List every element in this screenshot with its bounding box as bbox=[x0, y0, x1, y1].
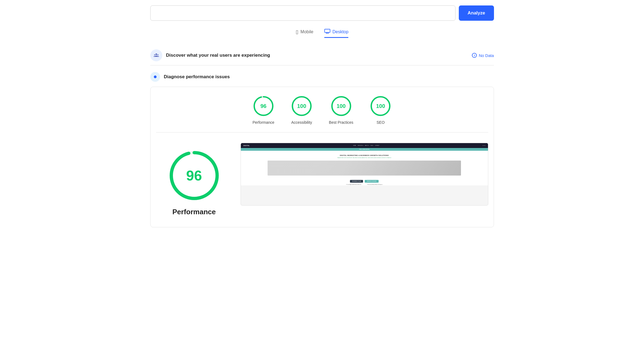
fake-nav-social: ■ ■ bbox=[483, 145, 485, 146]
tab-mobile-label: Mobile bbox=[301, 29, 313, 34]
fake-nav: DIGITAL HOME SERVICES ▾ ABOUT ▾ BLOG CON… bbox=[241, 143, 488, 148]
fake-hero: DIGITAL MARKETING & BUSINESS GROWTH SOLU… bbox=[241, 151, 488, 178]
big-score-wrap: 96 Performance bbox=[156, 143, 232, 222]
fake-nav-link-about: ABOUT ▾ bbox=[365, 145, 369, 146]
fake-btn-website: WEBSITE DESIGN bbox=[365, 180, 379, 183]
screenshot-preview: DIGITAL HOME SERVICES ▾ ABOUT ▾ BLOG CON… bbox=[241, 143, 488, 206]
fake-nav-link-contact: CONTACT bbox=[375, 145, 380, 146]
svg-point-6 bbox=[157, 54, 158, 55]
analyze-button[interactable]: Analyze bbox=[459, 5, 494, 21]
tabs-row: ▯ Mobile Desktop bbox=[150, 29, 494, 38]
fake-nav-link-home: HOME bbox=[353, 145, 356, 146]
score-item-accessibility: 100 Accessibility bbox=[291, 95, 313, 125]
fake-btn-business: BUSINESS PLAN bbox=[350, 180, 363, 183]
score-value-seo: 100 bbox=[376, 103, 385, 109]
bottom-area: 96 Performance DIGITAL HOME SERVICES ▾ A… bbox=[156, 140, 488, 222]
discover-section: Discover what your real users are experi… bbox=[150, 46, 494, 65]
score-value-best-practices: 100 bbox=[337, 103, 346, 109]
score-circle-performance: 96 bbox=[253, 95, 274, 117]
desktop-icon bbox=[324, 29, 330, 35]
diagnose-section-title: Diagnose performance issues bbox=[150, 72, 494, 82]
score-item-best-practices: 100 Best Practices bbox=[329, 95, 353, 125]
tab-desktop-label: Desktop bbox=[333, 29, 349, 34]
score-circle-seo: 100 bbox=[370, 95, 391, 117]
info-icon: i bbox=[472, 53, 477, 58]
fake-nav-link-blog: BLOG bbox=[371, 145, 373, 146]
tab-desktop[interactable]: Desktop bbox=[324, 29, 349, 38]
big-score-value: 96 bbox=[186, 167, 202, 184]
score-label-seo: SEO bbox=[377, 120, 385, 125]
url-bar-row: https://digitalvisionworld.com/ Analyze bbox=[150, 5, 494, 21]
fake-bullet-2: Professional Website Made In Wordpress. bbox=[367, 184, 383, 185]
big-circle: 96 bbox=[167, 148, 221, 203]
fake-bullets: For loan Approval And Business Account. … bbox=[241, 184, 488, 185]
svg-point-4 bbox=[155, 53, 157, 55]
fake-bullet-1: For loan Approval And Business Account. bbox=[346, 184, 361, 185]
url-input[interactable]: https://digitalvisionworld.com/ bbox=[150, 5, 456, 21]
fake-bullet-col-2: Professional Website Made In Wordpress. bbox=[367, 184, 383, 185]
page-wrapper: https://digitalvisionworld.com/ Analyze … bbox=[142, 0, 502, 233]
fake-logo: DIGITAL bbox=[244, 145, 250, 146]
no-data-label: No Data bbox=[479, 53, 494, 58]
svg-point-5 bbox=[154, 54, 155, 55]
fake-nav-icon2: ■ bbox=[484, 145, 485, 146]
score-item-performance: 96 Performance bbox=[253, 95, 274, 125]
scores-row: 96 Performance 100 Accessibility bbox=[156, 95, 488, 125]
fake-hero-img bbox=[268, 161, 461, 176]
score-value-accessibility: 100 bbox=[297, 103, 306, 109]
discover-title: Discover what your real users are experi… bbox=[166, 53, 270, 58]
fake-nav-icon1: ■ bbox=[483, 145, 483, 146]
mobile-icon: ▯ bbox=[296, 29, 298, 35]
score-label-accessibility: Accessibility bbox=[291, 120, 312, 125]
discover-left: Discover what your real users are experi… bbox=[150, 49, 270, 61]
fake-nav-links: HOME SERVICES ▾ ABOUT ▾ BLOG CONTACT bbox=[353, 145, 379, 146]
scores-card: 96 Performance 100 Accessibility bbox=[150, 87, 494, 227]
fake-nav-link-services: SERVICES ▾ bbox=[358, 145, 363, 146]
score-circle-best-practices: 100 bbox=[330, 95, 352, 117]
fake-bullet-col-1: For loan Approval And Business Account. bbox=[346, 184, 361, 185]
diagnose-title: Diagnose performance issues bbox=[164, 74, 230, 80]
fake-hero-sub: TRANSFORM YOUR VISION WITH TAILORED DIGI… bbox=[244, 157, 485, 158]
fake-site: DIGITAL HOME SERVICES ▾ ABOUT ▾ BLOG CON… bbox=[241, 143, 488, 185]
big-score-label: Performance bbox=[172, 208, 216, 216]
no-data-right: i No Data bbox=[472, 53, 494, 58]
score-circle-accessibility: 100 bbox=[291, 95, 313, 117]
fake-banner: FREE CONSULTATION bbox=[241, 148, 488, 151]
tab-mobile[interactable]: ▯ Mobile bbox=[296, 29, 313, 38]
score-value-performance: 96 bbox=[260, 103, 266, 109]
fake-hero-title: DIGITAL MARKETING & BUSINESS GROWTH SOLU… bbox=[244, 155, 485, 156]
card-divider bbox=[156, 132, 488, 132]
diagnose-icon-wrap bbox=[150, 72, 160, 82]
score-item-seo: 100 SEO bbox=[370, 95, 391, 125]
discover-icon bbox=[150, 49, 162, 61]
diagnose-dot bbox=[154, 76, 157, 78]
svg-rect-0 bbox=[325, 29, 330, 32]
fake-buttons: BUSINESS PLAN WEBSITE DESIGN bbox=[241, 180, 488, 183]
score-label-performance: Performance bbox=[253, 120, 274, 125]
score-label-best-practices: Best Practices bbox=[329, 120, 353, 125]
